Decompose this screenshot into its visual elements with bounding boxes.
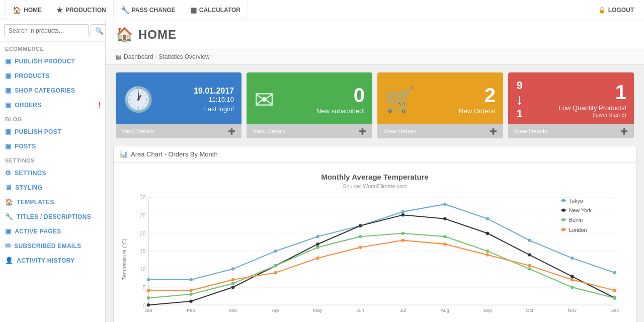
svg-point-61 [401,232,405,235]
card-last-login-body: 🕐 19.01.2017 11:15:10 Last login! [116,72,242,124]
card-low-quantity-label: Low Quantity Products! [559,104,626,112]
home-icon: 🏠 [13,6,21,14]
down-arrow-icon: ↓ [516,91,523,108]
svg-point-48 [359,224,362,227]
svg-text:Jan: Jan [144,307,152,313]
svg-point-47 [316,243,319,246]
svg-text:5: 5 [143,284,146,290]
sidebar-item-templates[interactable]: 🏠 TEMPLATES [0,195,105,209]
search-input[interactable] [4,24,89,37]
nav-home[interactable]: 🏠 HOME [5,0,49,20]
sidebar-item-orders-label: ORDERS [15,102,41,109]
chart-body: Monthly Average Temperature Source: Worl… [114,163,636,322]
envelope-icon: ✉ [254,86,274,114]
svg-text:Sep: Sep [483,307,492,313]
sidebar: 🔍 ECOMMERCE ▣ PUBLISH PRODUCT ▣ PRODUCTS… [0,20,106,322]
card-new-orders: 🛒 2 New Orders! View Details ➕ [377,72,503,138]
card-new-subscribed-info: 0 New subscribed! [316,85,365,115]
nav-production[interactable]: ★ PRODUCTION [49,0,114,20]
svg-point-42 [613,271,616,274]
card-last-login-time: 11:15:10 [194,96,234,103]
card-last-login-footer-label: View Details [122,128,155,135]
svg-text:New York: New York [569,207,592,213]
card-last-login-info: 19.01.2017 11:15:10 Last login! [194,87,234,113]
svg-point-70 [274,271,277,274]
card-low-quantity-body: 9 ↓ 1 1 Low Quantity Products! (lower th… [508,72,634,124]
settings-icon: ⚙ [5,169,11,177]
card-new-orders-footer[interactable]: View Details ➕ [377,124,503,138]
svg-text:Aug: Aug [441,307,449,313]
card-new-subscribed-footer[interactable]: View Details ➕ [247,124,372,138]
posts-icon: ▣ [5,142,11,150]
orders-badge: ! [98,101,101,110]
calculator-icon: ▦ [190,6,197,14]
activity-history-icon: 👤 [5,257,13,264]
svg-point-37 [401,210,405,213]
svg-text:Nov: Nov [568,307,577,313]
svg-point-67 [147,289,150,292]
nav-pass-change-label: PASS CHANGE [132,7,176,14]
svg-text:May: May [313,307,322,313]
arrow-circle-icon-2: ➕ [490,128,497,135]
sidebar-item-active-pages[interactable]: ▣ ACTIVE PAGES [0,224,105,238]
svg-text:20: 20 [140,230,146,236]
logout-icon: 🔓 [598,7,606,14]
arrow-numbers: 9 ↓ 1 [516,80,523,119]
svg-point-38 [443,203,446,206]
sidebar-item-titles-descriptions[interactable]: 🔧 TITLES / DESCRIPTIONS [0,209,105,224]
card-low-quantity-sublabel: (lower than 5) [559,112,626,118]
svg-text:Temperature (°C): Temperature (°C) [121,238,127,280]
sidebar-item-activity-history-label: ACTIVITY HISTORY [17,257,74,264]
card-low-quantity-footer[interactable]: View Details ➕ [508,124,634,138]
sidebar-item-settings[interactable]: ⚙ SETTINGS [0,166,105,180]
sidebar-item-subscribed-emails[interactable]: ✉ SUBSCRIBED EMAILS [0,238,105,253]
sidebar-item-posts[interactable]: ▣ POSTS [0,139,105,153]
sidebar-item-shop-categories[interactable]: ▣ SHOP CATEGORIES [0,83,105,98]
titles-icon: 🔧 [5,213,13,220]
card-new-orders-number: 2 [459,85,496,105]
svg-text:Apr: Apr [272,307,280,313]
sidebar-item-publish-product[interactable]: ▣ PUBLISH PRODUCT [0,54,105,68]
nav-calculator[interactable]: ▦ CALCULATOR [183,0,248,20]
svg-point-73 [401,238,405,242]
sidebar-item-titles-descriptions-label: TITLES / DESCRIPTIONS [17,213,91,220]
nav-left: 🏠 HOME ★ PRODUCTION 🔧 PASS CHANGE ▦ CALC… [5,0,248,20]
search-icon: 🔍 [95,27,104,35]
settings-section-label: SETTINGS [0,153,105,166]
svg-point-40 [528,238,531,242]
nav-pass-change[interactable]: 🔧 PASS CHANGE [114,0,183,20]
search-button[interactable]: 🔍 [91,24,106,37]
sidebar-item-orders[interactable]: ▣ ORDERS ! [0,98,105,112]
card-new-subscribed-footer-label: View Details [253,128,286,135]
subscribed-emails-icon: ✉ [5,242,11,250]
sidebar-item-activity-history[interactable]: 👤 ACTIVITY HISTORY [0,253,105,268]
shop-categories-icon: ▣ [5,87,11,94]
wrench-icon: 🔧 [121,6,129,14]
svg-point-45 [231,286,234,289]
sidebar-item-products[interactable]: ▣ PRODUCTS [0,68,105,83]
svg-point-31 [147,278,150,281]
orders-icon: ▣ [5,101,11,109]
card-last-login-label: Last login! [194,105,234,113]
card-last-login-footer[interactable]: View Details ➕ [116,124,242,138]
clock-icon: 🕐 [123,86,153,114]
publish-product-icon: ▣ [5,57,11,65]
logout-label: LOGOUT [608,7,634,14]
svg-point-71 [316,257,319,260]
svg-text:Source: WorldClimate.com: Source: WorldClimate.com [343,183,407,189]
svg-point-52 [528,253,531,256]
sidebar-item-products-label: PRODUCTS [15,72,50,79]
svg-point-68 [189,289,192,292]
sidebar-item-styling[interactable]: 🖥 STYLING [0,180,105,195]
card-low-quantity-number: 1 [559,82,626,102]
logout-button[interactable]: 🔓 LOGOUT [593,7,639,14]
sidebar-item-styling-label: STYLING [15,184,42,191]
svg-text:Monthly Average Temperature: Monthly Average Temperature [321,173,429,181]
sidebar-item-publish-post[interactable]: ▣ PUBLISH POST [0,124,105,139]
svg-point-57 [231,282,234,285]
svg-point-78 [613,289,616,292]
svg-point-56 [189,293,192,296]
svg-point-83 [562,208,565,211]
star-icon: ★ [56,6,63,14]
cart-icon: 🛒 [385,86,415,114]
